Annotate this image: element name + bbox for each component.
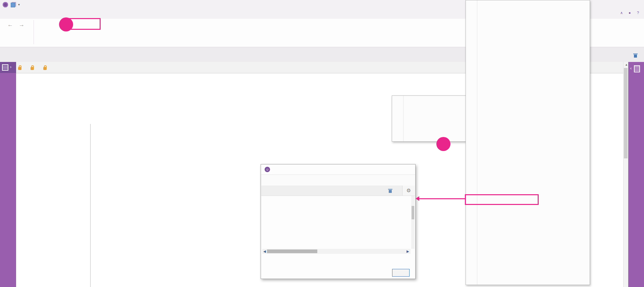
grouping-trash-icon[interactable] [633, 53, 638, 58]
collapsed-side-panel[interactable]: ‹ [628, 62, 644, 287]
lock-icon [43, 67, 47, 70]
grid-corner-icon[interactable]: › [0, 62, 16, 73]
dialog-vscrollbar[interactable] [411, 196, 415, 249]
dialog-close-button[interactable] [392, 269, 410, 277]
scroll-up-icon[interactable]: ▲ [625, 63, 628, 66]
scroll-left-icon[interactable]: ◀ [263, 249, 266, 253]
minimize-button[interactable] [619, 0, 627, 9]
column-context-menu [466, 0, 590, 285]
maximize-button[interactable] [627, 0, 636, 9]
annotation-rect-view-multivalue [465, 194, 539, 205]
scroll-right-icon[interactable]: ▶ [407, 249, 409, 253]
theme-eye-icon[interactable]: ● [629, 11, 631, 15]
multivalue-viewer-icon: ☺ [265, 167, 270, 172]
quick-access-caret-icon[interactable]: ▾ [18, 3, 20, 6]
frozen-pane-divider[interactable] [90, 124, 91, 287]
annotation-arrow [417, 198, 465, 199]
panel-expand-icon[interactable]: ‹ [630, 66, 632, 71]
forward-arrow-icon[interactable]: → [19, 21, 24, 28]
close-button[interactable] [636, 0, 644, 9]
quick-access-icon[interactable] [11, 3, 15, 7]
dialog-gear-icon[interactable]: ⚙ [402, 186, 415, 196]
dialog-hscroll-thumb[interactable] [267, 249, 317, 253]
help-icon[interactable]: ? [637, 11, 639, 15]
lock-icon [18, 67, 21, 70]
dialog-vscroll-thumb[interactable] [412, 206, 414, 219]
collapse-ribbon-icon[interactable]: ∧ [620, 11, 623, 15]
multivalue-viewer-dialog: ☺ ⚙ ◀ ▶ [261, 164, 416, 279]
app-window: ▾ ∧ ● ? ← → › [0, 0, 644, 287]
step-badge-2 [59, 17, 73, 31]
panel-list-icon [634, 65, 640, 72]
back-arrow-icon[interactable]: ← [7, 21, 13, 28]
step-badge-1 [436, 137, 450, 151]
dialog-toolbar [261, 175, 415, 186]
scrollbar-thumb[interactable] [624, 68, 628, 158]
dialog-title-bar[interactable]: ☺ [261, 164, 415, 175]
dialog-trash-icon[interactable] [388, 188, 392, 193]
lock-icon [31, 67, 34, 70]
annotation-rect-show-count [69, 18, 101, 30]
app-icon [3, 2, 8, 7]
cell-context-menu [392, 95, 466, 142]
row-gutter [0, 73, 16, 287]
dialog-grouping-zone[interactable] [261, 186, 402, 196]
